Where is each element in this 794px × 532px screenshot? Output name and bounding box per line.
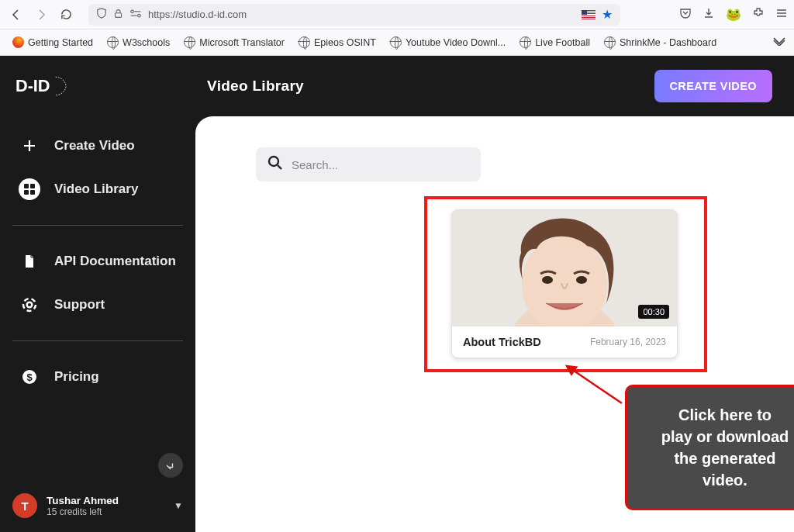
shield-icon [96,8,107,21]
video-title: About TrickBD [463,336,541,348]
svg-text:D-ID: D-ID [16,76,50,95]
sidebar: D-ID Create Video Video Library API Docu… [0,56,195,532]
search-field[interactable] [256,147,481,181]
search-icon [267,154,284,174]
bookmark-label: Microsoft Translator [199,37,285,48]
callout-line: Click here to [641,404,794,426]
bookmark-item[interactable]: W3schools [102,33,174,51]
video-thumbnail: 00:30 [452,210,677,326]
annotation-callout: Click here to play or download the gener… [625,385,794,510]
bookmark-item[interactable]: Youtube Video Downl... [385,33,510,51]
svg-rect-4 [24,184,29,188]
avatar: T [12,493,37,518]
sidebar-item-label: Create Video [54,138,135,154]
callout-line: the generated [641,447,794,469]
user-credits: 15 credits left [47,506,164,517]
browser-toolbar: https://studio.d-id.com ★ 🐸 [0,0,794,29]
url-text: https://studio.d-id.com [148,9,575,20]
bookmark-label: Getting Started [28,37,93,48]
file-icon [19,250,40,272]
bookmark-item[interactable]: Epieos OSINT [294,33,381,51]
bookmark-label: Epieos OSINT [314,37,376,48]
plus-icon [19,135,40,157]
video-duration: 00:30 [638,305,669,319]
bookmark-star-icon[interactable]: ★ [602,7,613,22]
svg-point-1 [131,10,134,13]
divider [12,225,183,226]
svg-rect-6 [24,190,29,195]
nav-forward[interactable] [31,5,51,25]
bookmark-label: Youtube Video Downl... [406,37,506,48]
bookmark-item[interactable]: Live Football [515,33,595,51]
avatar-initial: T [21,499,28,513]
search-input[interactable] [292,158,470,171]
svg-point-12 [269,157,278,166]
permissions-icon [129,9,142,21]
svg-point-16 [542,276,553,284]
video-card[interactable]: 00:30 About TrickBD February 16, 2023 [451,209,678,358]
svg-rect-5 [30,184,35,188]
bookmarks-overflow-icon[interactable] [772,36,786,48]
callout-line: play or download [641,426,794,447]
globe-icon [604,36,616,48]
content-area: 00:30 About TrickBD February 16, 2023 Cl… [195,116,794,532]
chevron-down-icon: ▼ [174,500,183,511]
svg-rect-0 [115,12,121,17]
dollar-icon: $ [19,366,40,388]
globe-icon [107,36,119,48]
extension-icon[interactable]: 🐸 [726,7,741,22]
app-header: Video Library CREATE VIDEO [195,56,794,116]
collapse-sidebar-button[interactable] [158,453,183,478]
annotation-arrow-icon [560,364,630,411]
svg-rect-7 [30,190,35,195]
bookmark-item[interactable]: Microsoft Translator [179,33,289,51]
support-icon [19,294,40,316]
globe-icon [184,36,195,48]
sidebar-item-api-docs[interactable]: API Documentation [12,240,183,283]
nav-reload[interactable] [56,5,76,25]
svg-point-9 [27,302,33,308]
pocket-icon[interactable] [679,7,692,22]
divider [12,340,183,341]
bookmarks-bar: Getting Started W3schools Microsoft Tran… [0,29,794,56]
video-date: February 16, 2023 [590,337,666,347]
user-menu[interactable]: T Tushar Ahmed 15 credits left ▼ [12,493,183,518]
app-menu-icon[interactable] [775,7,788,22]
bookmark-label: Live Football [535,37,590,48]
svg-point-2 [138,14,141,17]
svg-point-8 [23,299,36,311]
lock-icon [113,9,123,21]
url-bar[interactable]: https://studio.d-id.com ★ [88,4,620,26]
app-logo[interactable]: D-ID [0,56,195,116]
callout-line: video. [641,469,794,491]
sidebar-item-label: API Documentation [54,254,176,269]
svg-point-17 [576,276,587,284]
main-column: Video Library CREATE VIDEO [195,56,794,532]
bookmark-label: W3schools [123,37,170,48]
nav-back[interactable] [6,5,26,25]
globe-icon [520,36,531,48]
locale-flag-icon[interactable] [582,10,596,19]
sidebar-item-label: Support [54,297,105,313]
downloads-icon[interactable] [703,7,715,22]
sidebar-item-support[interactable]: Support [12,283,183,326]
sidebar-item-label: Pricing [54,369,99,385]
globe-icon [299,36,310,48]
user-name: Tushar Ahmed [47,495,164,506]
page-title: Video Library [207,78,304,95]
bookmark-item[interactable]: Getting Started [8,33,98,51]
firefox-icon [12,36,24,48]
svg-text:$: $ [26,371,33,383]
create-video-button[interactable]: CREATE VIDEO [654,70,773,102]
globe-icon [390,36,402,48]
grid-icon [19,178,40,200]
sidebar-item-pricing[interactable]: $ Pricing [12,355,183,399]
extensions-icon[interactable] [752,7,765,22]
sidebar-item-label: Video Library [54,181,138,197]
bookmark-label: ShrinkMe - Dashboard [620,37,716,48]
bookmark-item[interactable]: ShrinkMe - Dashboard [599,33,721,51]
sidebar-item-create-video[interactable]: Create Video [12,124,183,168]
sidebar-item-video-library[interactable]: Video Library [12,168,183,211]
